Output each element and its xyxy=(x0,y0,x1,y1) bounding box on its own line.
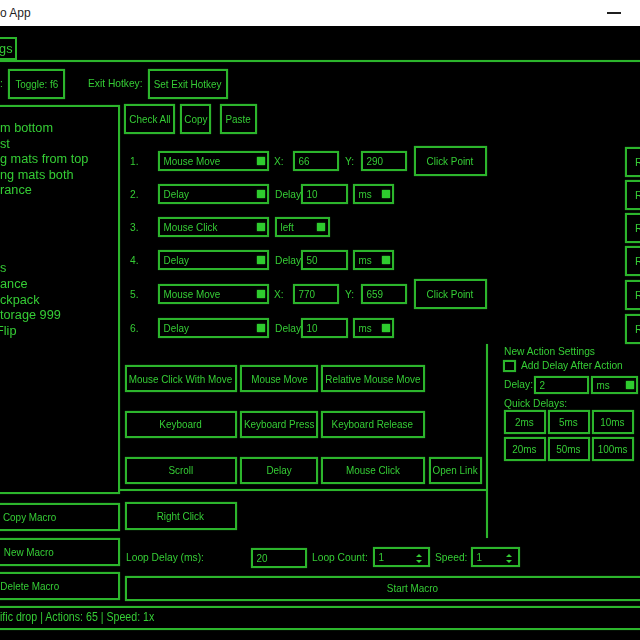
palette-keyboard-button[interactable]: Keyboard xyxy=(125,411,237,438)
palette-mouse-move-button[interactable]: Mouse Move xyxy=(240,365,318,392)
click-point-button[interactable]: Click Point xyxy=(414,146,488,176)
remove-action-button[interactable]: R xyxy=(625,180,640,210)
palette-delay-button[interactable]: Delay xyxy=(240,457,318,484)
set-exit-hotkey-button[interactable]: Set Exit Hotkey xyxy=(148,69,228,99)
toggle-hotkey-button[interactable]: Toggle: f6 xyxy=(8,69,65,99)
spinner-arrows[interactable] xyxy=(505,549,513,565)
x-input[interactable]: 66 xyxy=(293,151,340,171)
quick-delay-50ms-button[interactable]: 50ms xyxy=(548,437,590,462)
action-type-dropdown[interactable]: Mouse Click xyxy=(158,217,269,237)
new-macro-button[interactable]: New Macro xyxy=(0,538,120,566)
settings-delay-value: 2 xyxy=(536,379,545,391)
action-type-dropdown[interactable]: Delay xyxy=(158,318,269,338)
dropdown-square-icon xyxy=(257,290,265,298)
delay-input[interactable]: 50 xyxy=(301,250,348,270)
quick-delay-10ms-button[interactable]: 10ms xyxy=(592,410,634,435)
action-type-dropdown[interactable]: Delay xyxy=(158,250,269,270)
list-item[interactable]: g mats from top xyxy=(0,151,88,167)
add-delay-checkbox[interactable] xyxy=(503,360,516,373)
button-label: Mouse Move xyxy=(251,373,308,385)
delay-input[interactable]: 10 xyxy=(301,318,348,338)
list-item[interactable]: torage 999 xyxy=(0,307,61,323)
unit-dropdown[interactable]: ms xyxy=(353,250,394,270)
status-text: ific drop | Actions: 65 | Speed: 1x xyxy=(0,609,154,625)
loop-delay-label: Loop Delay (ms): xyxy=(126,551,204,563)
action-row-index: 2. xyxy=(130,188,139,200)
button-label: 20ms xyxy=(512,443,536,455)
spinner-down-icon[interactable] xyxy=(416,560,422,563)
spinner-up-icon[interactable] xyxy=(416,554,422,557)
delay-value: 10 xyxy=(303,188,318,200)
copy-macro-button[interactable]: Copy Macro xyxy=(0,503,120,531)
button-label: Relative Mouse Move xyxy=(325,373,420,385)
palette-keyboard-press-button[interactable]: Keyboard Press xyxy=(240,411,318,438)
quick-delay-100ms-button[interactable]: 100ms xyxy=(592,437,634,462)
copy-button[interactable]: Copy xyxy=(180,104,211,134)
button-label: Mouse Click With Move xyxy=(129,373,232,385)
check-all-button[interactable]: Check All xyxy=(124,104,175,134)
button-label: Open Link xyxy=(432,464,477,476)
button-label: Scroll xyxy=(168,464,193,476)
speed-spinner[interactable]: 1 xyxy=(471,547,520,567)
remove-action-button[interactable]: R xyxy=(625,147,640,177)
delay-input[interactable]: 10 xyxy=(301,184,348,204)
settings-delay-input[interactable]: 2 xyxy=(534,376,589,395)
quick-delay-2ms-button[interactable]: 2ms xyxy=(504,410,546,435)
remove-action-button[interactable]: R xyxy=(625,314,640,344)
click-button-dropdown[interactable]: left xyxy=(275,217,330,237)
action-type-value: Mouse Move xyxy=(160,155,220,167)
button-label: Set Exit Hotkey xyxy=(154,78,222,90)
delete-macro-button[interactable]: Delete Macro xyxy=(0,572,120,600)
palette-keyboard-release-button[interactable]: Keyboard Release xyxy=(321,411,425,438)
y-input[interactable]: 290 xyxy=(361,151,408,171)
unit-dropdown[interactable]: ms xyxy=(353,184,394,204)
remove-action-button[interactable]: R xyxy=(625,280,640,310)
y-value: 290 xyxy=(363,155,383,167)
quick-delay-20ms-button[interactable]: 20ms xyxy=(504,437,546,462)
palette-relative-mouse-move-button[interactable]: Relative Mouse Move xyxy=(321,365,425,392)
list-item[interactable]: Flip xyxy=(0,323,17,339)
list-item[interactable]: m bottom xyxy=(0,120,53,136)
add-delay-label: Add Delay After Action xyxy=(521,359,623,371)
action-row-index: 1. xyxy=(130,155,139,167)
dropdown-square-icon xyxy=(257,223,265,231)
list-item[interactable]: st xyxy=(0,136,10,152)
button-label: Keyboard xyxy=(160,418,202,430)
spinner-up-icon[interactable] xyxy=(506,554,512,557)
loop-count-spinner[interactable]: 1 xyxy=(373,547,430,567)
list-item[interactable]: ance xyxy=(0,276,28,292)
remove-action-button[interactable]: R xyxy=(625,213,640,243)
unit-dropdown[interactable]: ms xyxy=(353,318,394,338)
x-input[interactable]: 770 xyxy=(293,284,340,304)
list-item[interactable]: ng mats both xyxy=(0,167,74,183)
palette-mouse-click-with-move-button[interactable]: Mouse Click With Move xyxy=(125,365,237,392)
list-item[interactable]: ckpack xyxy=(0,292,40,308)
palette-open-link-button[interactable]: Open Link xyxy=(429,457,482,484)
loop-delay-input[interactable]: 20 xyxy=(251,548,307,568)
settings-delay-label: Delay: xyxy=(504,378,533,390)
settings-unit-dropdown[interactable]: ms xyxy=(591,376,639,395)
palette-mouse-click-button[interactable]: Mouse Click xyxy=(321,457,425,484)
palette-scroll-button[interactable]: Scroll xyxy=(125,457,237,484)
button-label: Delete Macro xyxy=(0,580,59,592)
action-type-dropdown[interactable]: Mouse Move xyxy=(158,151,269,171)
delay-value: 50 xyxy=(303,254,318,266)
action-type-value: Mouse Click xyxy=(160,221,218,233)
list-item[interactable]: s xyxy=(0,260,6,276)
quick-delay-5ms-button[interactable]: 5ms xyxy=(548,410,590,435)
button-label: Start Macro xyxy=(387,582,438,594)
action-type-dropdown[interactable]: Delay xyxy=(158,184,269,204)
list-item[interactable]: rance xyxy=(0,182,32,198)
minimize-icon[interactable] xyxy=(607,12,621,14)
spinner-arrows[interactable] xyxy=(415,549,423,565)
spinner-down-icon[interactable] xyxy=(506,560,512,563)
start-macro-button[interactable]: Start Macro xyxy=(125,576,640,601)
y-input[interactable]: 659 xyxy=(361,284,408,304)
title-bar xyxy=(0,0,640,26)
action-type-dropdown[interactable]: Mouse Move xyxy=(158,284,269,304)
dropdown-square-icon xyxy=(257,256,265,264)
paste-button[interactable]: Paste xyxy=(220,104,257,134)
click-point-button[interactable]: Click Point xyxy=(414,279,488,309)
palette-right-click-button[interactable]: Right Click xyxy=(125,502,237,531)
remove-action-button[interactable]: R xyxy=(625,246,640,276)
